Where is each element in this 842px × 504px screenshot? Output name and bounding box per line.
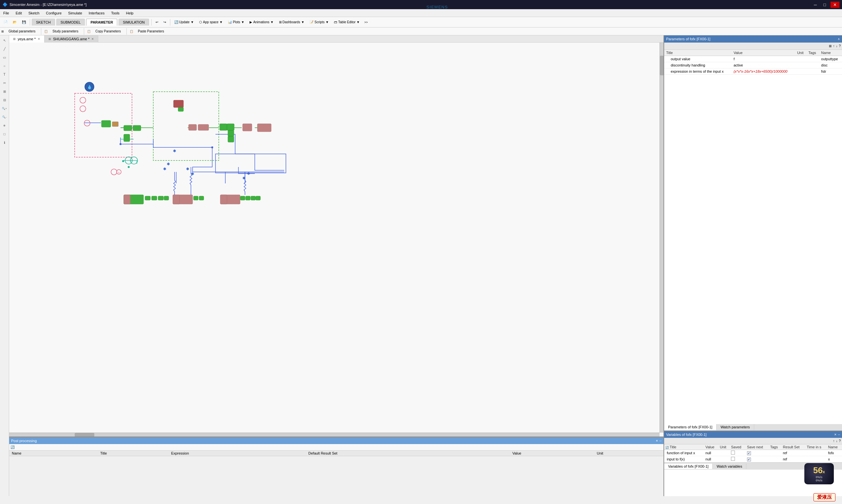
tool-7[interactable]: ⊟ [1,96,8,104]
vars-cell-saved[interactable] [730,450,746,456]
params-col-unit[interactable]: Unit [795,50,807,56]
vars-col-title[interactable]: 🔄 Title [664,445,704,450]
vars-col-name[interactable]: Name [827,445,842,450]
params-row-2[interactable]: expression in terms of the input x (x*x*… [664,69,842,75]
params-toolbar-icon2[interactable]: ↑ [833,44,835,48]
tab-sketch[interactable]: SKETCH [32,19,55,25]
update-dropdown-icon[interactable]: ▼ [191,20,194,24]
canvas-hscrollbar[interactable] [9,433,660,436]
params-toolbar-icon3[interactable]: ↓ [836,44,838,48]
overflow-icon[interactable]: >> [363,20,370,25]
params-col-tags[interactable]: Tags [807,50,819,56]
app-space-button[interactable]: ⬡ App space ▼ [197,19,225,25]
save-next-checkbox[interactable]: ✓ [747,451,751,455]
app-space-dropdown-icon[interactable]: ▼ [219,20,223,24]
animations-dropdown-icon[interactable]: ▼ [270,20,274,24]
tool-9[interactable]: 🔍- [1,113,8,121]
tool-info[interactable]: ℹ [1,139,8,146]
tab-submodel[interactable]: SUBMODEL [56,19,85,25]
global-parameters-button[interactable]: Global parameters [6,29,38,34]
plots-dropdown-icon[interactable]: ▼ [241,20,244,24]
menu-edit[interactable]: Edit [13,11,25,16]
menu-configure[interactable]: Configure [42,11,65,16]
undo-icon[interactable]: ↩ [153,19,160,25]
canvas-vscrollbar[interactable] [660,42,664,433]
vars-col-unit[interactable]: Unit [718,445,730,450]
params-toolbar-icon1[interactable]: ⊞ [829,44,831,48]
table-editor-button[interactable]: 🗃 Table Editor ▼ [332,19,362,25]
tab-parameter[interactable]: PARAMETER [86,19,117,25]
update-button[interactable]: 🔄 Update ▼ [172,19,196,25]
params-cell-value[interactable]: (x*x*x-16x*x+18x+6500)/1000000 [732,69,795,75]
tool-2[interactable]: ▭ [1,54,8,61]
params-collapse-icon[interactable]: ∧ [838,37,840,41]
bottom-tab-watch[interactable]: Watch variables [713,464,746,469]
canvas-tab-yeya[interactable]: ⊞ yeya.ame * ✕ [9,35,44,42]
menu-sketch[interactable]: Sketch [25,11,43,16]
params-cell-value[interactable]: active [732,62,795,69]
params-col-value[interactable]: Value [732,50,795,56]
watch-tab-params[interactable]: Parameters of fofx [FX00-1] [664,424,717,430]
vars-col-result-set[interactable]: Result Set [782,445,806,450]
plots-button[interactable]: 📊 Plots ▼ [226,19,247,25]
vars-col-tags[interactable]: Tags [769,445,782,450]
postproc-collapse[interactable]: ✕ [656,439,658,443]
animations-button[interactable]: ▶ Animations ▼ [247,19,276,25]
vars-expand-icon[interactable]: ✕ [834,433,837,436]
vars-col-time[interactable]: Time in s [806,445,827,450]
params-col-name[interactable]: Name [819,50,842,56]
postproc-refresh-icon[interactable]: 🔄 [11,445,14,449]
dashboards-dropdown-icon[interactable]: ▼ [301,20,304,24]
watch-tab-watch[interactable]: Watch parameters [717,424,754,430]
saved-checkbox[interactable] [731,451,735,454]
vars-cell-save-next[interactable]: ✓ [746,456,769,463]
dashboards-button[interactable]: ⊞ Dashboards ▼ [277,19,307,25]
params-row-0[interactable]: output value f outputtype [664,56,842,62]
maximize-button[interactable]: □ [821,2,828,8]
vars-toolbar-icon3[interactable]: ? [839,439,841,443]
close-button[interactable]: ✕ [830,2,839,8]
menu-interfaces[interactable]: Interfaces [86,11,108,16]
tool-5[interactable]: ✂ [1,79,8,87]
tool-pointer[interactable]: ↖ [1,37,8,44]
saved-checkbox[interactable] [731,457,735,461]
minimize-button[interactable]: ─ [812,2,819,8]
tool-8[interactable]: 🔍+ [1,105,8,112]
tool-6[interactable]: ⊞ [1,88,8,95]
menu-simulate[interactable]: Simulate [65,11,86,16]
study-parameters-button[interactable]: Study parameters [50,29,81,34]
vars-row-0[interactable]: function of input x null ✓ ref fofx [664,450,842,456]
menu-tools[interactable]: Tools [108,11,123,16]
vars-col-save-next[interactable]: Save next [746,445,769,450]
scripts-button[interactable]: 📝 Scripts ▼ [307,19,331,25]
tool-3[interactable]: ○ [1,62,8,69]
vars-row-1[interactable]: input to f(x) null ✓ ref x [664,456,842,463]
tool-1[interactable]: ╱ [1,45,8,52]
menu-help[interactable]: Help [123,11,137,16]
window-controls[interactable]: ─ □ ✕ [812,2,839,8]
vars-toolbar-icon2[interactable]: ↓ [836,439,838,443]
open-file-icon[interactable]: 📂 [11,19,19,25]
new-file-icon[interactable]: 📄 [1,19,10,25]
postproc-minimize[interactable]: ─ [660,439,662,443]
vars-col-value[interactable]: Value [704,445,718,450]
vars-minimize-icon[interactable]: ─ [838,433,840,436]
menu-file[interactable]: File [0,11,13,16]
shuanggang-tab-close[interactable]: ✕ [91,37,94,41]
paste-parameters-button[interactable]: Paste Parameters [135,29,167,34]
canvas-tab-shuanggang[interactable]: ⊞ SHUANGGANG.ame * ✕ [44,35,98,42]
params-row-1[interactable]: discontinuity handling active disc [664,62,842,69]
bottom-tab-vars[interactable]: Variables of fofx [FX00-1] [664,464,713,469]
save-file-icon[interactable]: 💾 [20,19,28,25]
scripts-dropdown-icon[interactable]: ▼ [325,20,329,24]
tool-4[interactable]: T [1,71,8,78]
table-editor-dropdown-icon[interactable]: ▼ [357,20,360,24]
tab-simulation[interactable]: SIMULATION [119,19,149,25]
vars-cell-save-next[interactable]: ✓ [746,450,769,456]
yeya-tab-close[interactable]: ✕ [38,37,40,41]
tool-zoom-box[interactable]: □ [1,130,8,138]
schematic-canvas[interactable]: 💧 [9,42,664,437]
copy-parameters-button[interactable]: Copy Parameters [93,29,124,34]
params-cell-value[interactable]: f [732,56,795,62]
vars-col-saved[interactable]: Saved [730,445,746,450]
